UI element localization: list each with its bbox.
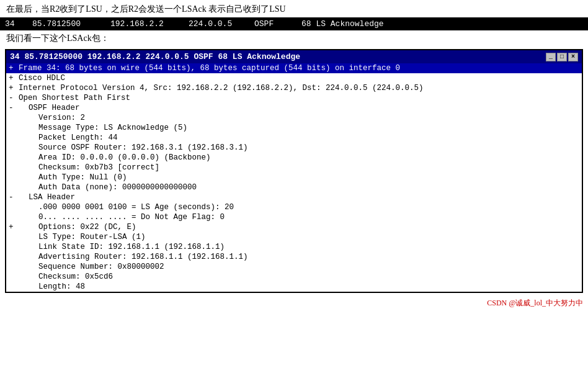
row-text-msg-type: Message Type: LS Acknowledge (5) <box>19 124 579 132</box>
row-text-ls-type: LS Type: Router-LSA (1) <box>19 233 579 241</box>
expand-icon-ospf-header[interactable]: - <box>9 104 19 112</box>
expand-icon-checksum2 <box>9 272 19 281</box>
packet-detail-row-area-id[interactable]: Area ID: 0.0.0.0 (0.0.0.0) (Backbone) <box>6 153 582 163</box>
titlebar-controls: _ □ × <box>546 53 578 61</box>
packet-detail-row-msg-type[interactable]: Message Type: LS Acknowledge (5) <box>6 123 582 133</box>
row-text-auth-type: Auth Type: Null (0) <box>19 173 579 182</box>
expand-icon-pkt-len <box>9 133 19 142</box>
minimize-button[interactable]: _ <box>546 53 556 61</box>
maximize-button[interactable]: □ <box>557 53 567 61</box>
packet-detail-row-version[interactable]: Version: 2 <box>6 113 582 123</box>
expand-icon-ospf[interactable]: - <box>9 94 19 102</box>
packet-detail-row-seq-num[interactable]: Sequence Number: 0x80000002 <box>6 262 582 272</box>
row-text-dna-flag: 0... .... .... .... = Do Not Age Flag: 0 <box>19 213 579 222</box>
expand-icon-frame[interactable]: + <box>9 64 19 73</box>
ws-content: +Frame 34: 68 bytes on wire (544 bits), … <box>6 63 582 292</box>
packet-detail-row-options[interactable]: +Options: 0x22 (DC, E) <box>6 222 582 232</box>
row-text-checksum: Checksum: 0xb7b3 [correct] <box>19 163 579 172</box>
packet-detail-row-checksum2[interactable]: Checksum: 0x5cd6 <box>6 272 582 282</box>
below-text: 我们看一下这个LSAck包： <box>0 30 588 47</box>
packet-detail-row-ip[interactable]: +Internet Protocol Version 4, Src: 192.1… <box>6 83 582 93</box>
row-text-cisco: Cisco HDLC <box>19 74 579 83</box>
packet-detail-row-pkt-len[interactable]: Packet Length: 44 <box>6 133 582 143</box>
packet-detail-row-lsa-header[interactable]: -LSA Header <box>6 192 582 202</box>
packet-detail-row-auth-type[interactable]: Auth Type: Null (0) <box>6 173 582 182</box>
row-text-lsa-header: LSA Header <box>19 193 579 202</box>
expand-icon-lsa-header[interactable]: - <box>9 193 19 202</box>
row-text-ospf: Open Shortest Path First <box>19 94 579 102</box>
packet-detail-row-auth-data[interactable]: Auth Data (none): 0000000000000000 <box>6 182 582 192</box>
packet-detail-row-ospf-header[interactable]: -OSPF Header <box>6 103 582 113</box>
packet-detail-row-cisco[interactable]: +Cisco HDLC <box>6 73 582 83</box>
row-text-pkt-len: Packet Length: 44 <box>19 133 579 142</box>
row-text-ls-age: .000 0000 0001 0100 = LS Age (seconds): … <box>19 203 579 212</box>
expand-icon-length <box>9 282 19 291</box>
packet-detail-row-src-router[interactable]: Source OSPF Router: 192.168.3.1 (192.168… <box>6 143 582 153</box>
packet-detail-row-length[interactable]: Length: 48 <box>6 282 582 292</box>
packet-detail-row-adv-router[interactable]: Advertising Router: 192.168.1.1 (192.168… <box>6 252 582 262</box>
wireshark-window: 34 85.781250000 192.168.2.2 224.0.0.5 OS… <box>5 49 583 293</box>
expand-icon-area-id <box>9 153 19 162</box>
titlebar-text: 34 85.781250000 192.168.2.2 224.0.0.5 OS… <box>10 52 300 61</box>
packet-detail-row-frame[interactable]: +Frame 34: 68 bytes on wire (544 bits), … <box>6 63 582 73</box>
expand-icon-ls-type <box>9 233 19 241</box>
row-text-length: Length: 48 <box>19 282 579 291</box>
packet-detail-row-dna-flag[interactable]: 0... .... .... .... = Do Not Age Flag: 0 <box>6 212 582 222</box>
packet-info: 68 LS Acknowledge <box>301 19 583 29</box>
close-button[interactable]: × <box>568 53 578 61</box>
packet-num: 34 <box>5 19 22 29</box>
row-text-auth-data: Auth Data (none): 0000000000000000 <box>19 183 579 192</box>
expand-icon-seq-num <box>9 263 19 271</box>
row-text-src-router: Source OSPF Router: 192.168.3.1 (192.168… <box>19 143 579 152</box>
row-text-area-id: Area ID: 0.0.0.0 (0.0.0.0) (Backbone) <box>19 153 579 162</box>
packet-proto: OSPF <box>254 19 292 29</box>
expand-icon-cisco[interactable]: + <box>9 74 19 83</box>
packet-detail-row-checksum[interactable]: Checksum: 0xb7b3 [correct] <box>6 163 582 173</box>
packet-row: 34 85.7812500 192.168.2.2 224.0.0.5 OSPF… <box>0 17 588 30</box>
row-text-link-state-id: Link State ID: 192.168.1.1 (192.168.1.1) <box>19 243 579 251</box>
expand-icon-auth-data <box>9 183 19 192</box>
expand-icon-adv-router <box>9 253 19 261</box>
packet-time: 85.7812500 <box>32 19 100 29</box>
row-text-seq-num: Sequence Number: 0x80000002 <box>19 263 579 271</box>
row-text-checksum2: Checksum: 0x5cd6 <box>19 272 579 281</box>
expand-icon-ip[interactable]: + <box>9 84 19 92</box>
titlebar: 34 85.781250000 192.168.2.2 224.0.0.5 OS… <box>6 50 582 63</box>
row-text-version: Version: 2 <box>19 114 579 122</box>
expand-icon-msg-type <box>9 124 19 132</box>
row-text-options: Options: 0x22 (DC, E) <box>19 223 579 232</box>
packet-detail-row-link-state-id[interactable]: Link State ID: 192.168.1.1 (192.168.1.1) <box>6 242 582 252</box>
packet-detail-row-ls-type[interactable]: LS Type: Router-LSA (1) <box>6 232 582 242</box>
expand-icon-src-router <box>9 143 19 152</box>
expand-icon-link-state-id <box>9 243 19 251</box>
expand-icon-version <box>9 114 19 122</box>
packet-detail-row-ls-age[interactable]: .000 0000 0001 0100 = LS Age (seconds): … <box>6 202 582 212</box>
row-text-ospf-header: OSPF Header <box>19 104 579 112</box>
expand-icon-ls-age <box>9 203 19 212</box>
expand-icon-options[interactable]: + <box>9 223 19 232</box>
packet-src: 192.168.2.2 <box>110 19 179 29</box>
row-text-frame: Frame 34: 68 bytes on wire (544 bits), 6… <box>19 64 579 73</box>
packet-detail-row-ospf[interactable]: -Open Shortest Path First <box>6 93 582 103</box>
row-text-adv-router: Advertising Router: 192.168.1.1 (192.168… <box>19 253 579 261</box>
packet-dst: 224.0.0.5 <box>189 19 244 29</box>
expand-icon-checksum <box>9 163 19 172</box>
expand-icon-auth-type <box>9 173 19 182</box>
row-text-ip: Internet Protocol Version 4, Src: 192.16… <box>19 84 579 92</box>
top-text: 在最后，当R2收到了LSU，之后R2会发送一个LSAck 表示自己收到了LSU <box>0 0 588 17</box>
expand-icon-dna-flag <box>9 213 19 222</box>
footer: CSDN @诚威_lol_中大努力中 <box>0 295 588 311</box>
